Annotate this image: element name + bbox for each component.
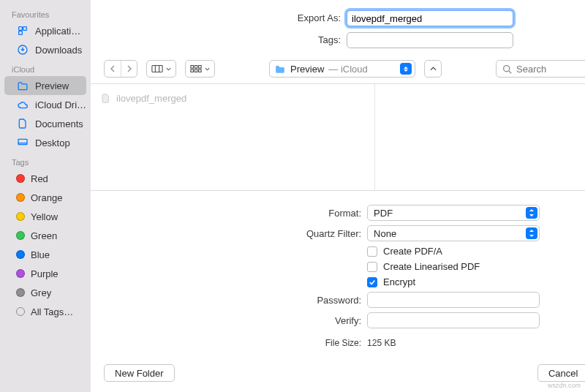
tag-dot-icon bbox=[16, 193, 25, 202]
encrypt-checkbox[interactable] bbox=[367, 277, 377, 287]
chevron-down-icon bbox=[205, 67, 210, 71]
svg-rect-10 bbox=[195, 69, 197, 72]
main-panel: Export As: Tags: bbox=[91, 0, 585, 392]
password-label: Password: bbox=[91, 295, 367, 306]
file-browser: ilovepdf_merged bbox=[91, 83, 585, 191]
sidebar-item-downloads[interactable]: Downloads bbox=[4, 40, 86, 59]
sidebar-section-favourites: Favourites bbox=[0, 4, 91, 21]
export-as-label: Export As: bbox=[91, 10, 347, 26]
sidebar-tag-green[interactable]: Green bbox=[4, 226, 86, 245]
new-folder-button[interactable]: New Folder bbox=[104, 364, 174, 382]
chevron-left-icon bbox=[110, 65, 116, 72]
sidebar-tag-purple[interactable]: Purple bbox=[4, 264, 86, 283]
tag-dot-icon bbox=[16, 288, 25, 297]
cancel-button[interactable]: Cancel bbox=[537, 364, 585, 382]
options-panel: Format: PDF Quartz Filter: None Create P… bbox=[91, 191, 585, 357]
format-value: PDF bbox=[374, 208, 393, 219]
sidebar-item-label: All Tags… bbox=[31, 306, 86, 317]
format-select[interactable]: PDF bbox=[367, 205, 540, 221]
sidebar-tag-yellow[interactable]: Yellow bbox=[4, 207, 86, 226]
file-name: ilovepdf_merged bbox=[116, 93, 186, 104]
search-field[interactable] bbox=[496, 60, 585, 78]
sidebar-tag-red[interactable]: Red bbox=[4, 169, 86, 188]
sidebar-item-label: Yellow bbox=[31, 211, 86, 222]
sidebar-item-label: Blue bbox=[31, 249, 86, 260]
filesize-label: File Size: bbox=[91, 338, 367, 348]
sidebar-item-applications[interactable]: Applicati… bbox=[4, 21, 86, 40]
svg-rect-6 bbox=[191, 66, 194, 69]
nav-back-button[interactable] bbox=[105, 61, 121, 77]
filesize-value: 125 KB bbox=[367, 338, 396, 348]
sidebar-tag-orange[interactable]: Orange bbox=[4, 188, 86, 207]
sidebar-item-label: Green bbox=[31, 230, 86, 241]
view-columns-button[interactable] bbox=[146, 60, 176, 78]
sidebar: Favourites Applicati… Downloads iCloud P… bbox=[0, 0, 91, 392]
svg-rect-8 bbox=[199, 66, 202, 69]
sidebar-item-documents[interactable]: Documents bbox=[4, 114, 86, 133]
sidebar-section-tags: Tags bbox=[0, 152, 91, 169]
toolbar: Preview — iCloud bbox=[91, 57, 585, 83]
location-folder-name: Preview bbox=[290, 64, 324, 75]
location-popup[interactable]: Preview — iCloud bbox=[269, 60, 415, 78]
create-pdfa-checkbox[interactable] bbox=[367, 246, 377, 257]
chevron-right-icon bbox=[127, 65, 132, 72]
file-row[interactable]: ilovepdf_merged bbox=[91, 90, 374, 107]
sidebar-section-icloud: iCloud bbox=[0, 59, 91, 76]
create-linearised-checkbox[interactable] bbox=[367, 262, 377, 272]
tag-dot-icon bbox=[16, 269, 25, 278]
tag-dot-icon bbox=[16, 250, 25, 259]
sidebar-all-tags[interactable]: All Tags… bbox=[4, 302, 86, 321]
svg-point-12 bbox=[504, 65, 510, 71]
sidebar-item-label: Grey bbox=[31, 287, 86, 298]
columns-icon bbox=[151, 64, 163, 73]
password-input[interactable] bbox=[367, 292, 540, 308]
sidebar-item-label: iCloud Dri… bbox=[35, 99, 86, 110]
create-pdfa-label: Create PDF/A bbox=[383, 246, 442, 257]
quartz-filter-value: None bbox=[374, 228, 396, 239]
sidebar-item-label: Documents bbox=[35, 118, 86, 129]
tag-dot-icon bbox=[16, 174, 25, 183]
browser-column-2[interactable] bbox=[375, 84, 585, 190]
sidebar-tag-grey[interactable]: Grey bbox=[4, 283, 86, 302]
format-label: Format: bbox=[91, 208, 367, 219]
sidebar-item-label: Orange bbox=[31, 192, 86, 203]
desktop-icon bbox=[16, 137, 29, 148]
search-input[interactable] bbox=[516, 64, 585, 75]
tag-dot-icon bbox=[16, 212, 25, 221]
svg-rect-0 bbox=[19, 27, 23, 31]
nav-forward-button[interactable] bbox=[121, 61, 137, 77]
browser-column-1[interactable]: ilovepdf_merged bbox=[91, 84, 375, 190]
create-linearised-label: Create Linearised PDF bbox=[383, 261, 480, 272]
svg-rect-1 bbox=[23, 27, 27, 31]
sidebar-item-label: Desktop bbox=[35, 137, 86, 148]
top-fields: Export As: Tags: bbox=[91, 0, 585, 57]
tags-input[interactable] bbox=[347, 32, 513, 48]
tag-dot-icon bbox=[16, 231, 25, 240]
sidebar-tag-blue[interactable]: Blue bbox=[4, 245, 86, 264]
verify-input[interactable] bbox=[367, 312, 540, 328]
svg-rect-7 bbox=[195, 66, 197, 69]
quartz-filter-label: Quartz Filter: bbox=[91, 228, 367, 239]
group-by-button[interactable] bbox=[185, 60, 215, 78]
search-icon bbox=[502, 64, 512, 74]
chevron-up-icon bbox=[430, 67, 437, 71]
svg-rect-5 bbox=[152, 66, 162, 72]
stepper-icon bbox=[526, 207, 537, 219]
export-as-input[interactable] bbox=[347, 10, 513, 26]
sidebar-item-icloud-drive[interactable]: iCloud Dri… bbox=[4, 95, 86, 114]
folder-icon bbox=[274, 64, 286, 74]
sidebar-item-desktop[interactable]: Desktop bbox=[4, 133, 86, 152]
quartz-filter-select[interactable]: None bbox=[367, 225, 540, 241]
nav-back-forward bbox=[104, 60, 137, 78]
sidebar-item-preview[interactable]: Preview bbox=[4, 76, 86, 95]
collapse-button[interactable] bbox=[424, 60, 442, 78]
sidebar-item-label: Preview bbox=[35, 80, 86, 91]
encrypt-label: Encrypt bbox=[383, 276, 415, 287]
location-subtitle: — iCloud bbox=[328, 64, 367, 75]
grid-icon bbox=[190, 64, 202, 73]
cloud-icon bbox=[16, 100, 29, 109]
svg-rect-2 bbox=[19, 31, 23, 35]
svg-rect-4 bbox=[18, 139, 27, 144]
tag-outline-icon bbox=[16, 307, 25, 316]
chevron-down-icon bbox=[166, 67, 171, 71]
